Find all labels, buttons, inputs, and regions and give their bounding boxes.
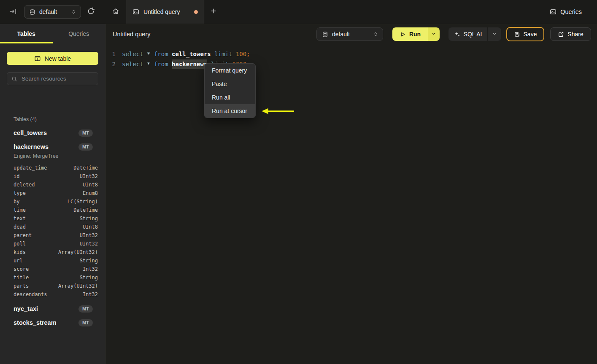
chevron-down-icon [431, 31, 436, 38]
column-row: update_timeDateTime [0, 164, 105, 172]
selected-text: hackernews [172, 61, 207, 67]
sql-ai-button-group: SQL AI [448, 27, 501, 41]
column-row: byLC(String) [0, 197, 105, 206]
table-list: cell_towers MT hackernews MT Engine: Mer… [0, 128, 105, 328]
search-box [7, 72, 98, 85]
queries-button[interactable]: Queries [547, 8, 584, 16]
table-icon [34, 55, 41, 62]
column-type: UInt32 [80, 241, 98, 247]
main-header: Untitled query default [105, 24, 597, 44]
table-row-cell-towers[interactable]: cell_towers MT [0, 128, 105, 138]
tables-section-title: Tables (4) [14, 116, 37, 122]
run-button-group: Run [392, 27, 440, 41]
terminal-icon [132, 8, 139, 15]
column-name: by [14, 199, 19, 205]
sql-editor[interactable]: 1 select * from cell_towers limit 100; 2… [105, 44, 597, 364]
menu-item-format-query[interactable]: Format query [205, 64, 255, 77]
column-type: DateTime [73, 165, 98, 171]
column-row: typeEnum8 [0, 189, 105, 197]
terminal-icon [550, 8, 556, 15]
column-name: parent [14, 232, 32, 238]
sidebar-tabs: Tables Queries [0, 24, 105, 43]
save-icon [514, 31, 520, 38]
plus-icon [210, 8, 217, 16]
column-type: LC(String) [68, 199, 98, 205]
collapse-sidebar-icon [9, 8, 17, 16]
topbar: default Untitled query [0, 0, 597, 24]
refresh-button[interactable] [87, 7, 95, 16]
column-name: title [14, 275, 29, 280]
column-type: UInt8 [83, 182, 98, 188]
column-row: kidsArray(UInt32) [0, 248, 105, 256]
column-type: Int32 [83, 266, 98, 272]
column-name: parts [14, 283, 29, 289]
toolbar-database-value: default [332, 31, 350, 38]
column-type: DateTime [73, 207, 98, 213]
column-row: deletedUInt8 [0, 181, 105, 189]
column-type: String [80, 216, 98, 221]
chevron-updown-icon [71, 9, 76, 15]
annotation-arrow [262, 108, 294, 115]
column-name: text [14, 216, 26, 221]
new-tab-button[interactable] [204, 0, 223, 24]
table-name: stocks_stream [14, 319, 57, 326]
column-name: id [14, 173, 19, 179]
app-root: default Untitled query [0, 0, 597, 364]
search-input[interactable] [21, 75, 97, 82]
column-row: idUInt32 [0, 172, 105, 181]
toolbar-database-selector[interactable]: default [316, 27, 383, 41]
new-table-button[interactable]: New table [7, 52, 98, 65]
editor-line-1: 1 select * from cell_towers limit 100; [105, 49, 597, 59]
editor-line-2: 2 select * from hackernews limit 1000 [105, 59, 597, 69]
engine-badge: MT [78, 143, 93, 151]
column-name: update_time [14, 165, 47, 171]
query-toolbar: default Run [316, 27, 591, 41]
sidebar-tab-tables[interactable]: Tables [0, 24, 53, 43]
column-type: Array(UInt32) [58, 283, 98, 289]
column-row: scoreInt32 [0, 265, 105, 273]
collapse-sidebar-button[interactable] [9, 8, 17, 16]
engine-badge: MT [78, 305, 93, 313]
editor-context-menu: Format query Paste Run all Run at cursor [204, 63, 256, 118]
share-button[interactable]: Share [550, 27, 591, 41]
sidebar-tab-queries[interactable]: Queries [53, 24, 105, 43]
sidebar: Tables Queries New table Tables (4) cell… [0, 24, 105, 364]
page-title: Untitled query [113, 31, 150, 38]
sql-ai-button[interactable]: SQL AI [448, 27, 487, 41]
column-row: timeDateTime [0, 206, 105, 214]
column-type: UInt32 [80, 173, 98, 179]
table-row-hackernews[interactable]: hackernews MT [0, 142, 105, 152]
active-tab-underline [0, 42, 53, 43]
database-icon [322, 31, 328, 38]
column-type: UInt32 [80, 232, 98, 238]
save-button[interactable]: Save [506, 27, 544, 41]
column-row: textString [0, 214, 105, 223]
table-row-stocks-stream[interactable]: stocks_stream MT [0, 318, 105, 328]
column-name: poll [14, 241, 26, 247]
home-tab[interactable] [105, 0, 126, 24]
topbar-database-selector[interactable]: default [24, 5, 81, 19]
sparkles-icon [454, 31, 460, 38]
run-options-button[interactable] [428, 27, 440, 41]
column-name: score [14, 266, 29, 272]
topbar-left: default [0, 0, 105, 24]
tab-label: Untitled query [143, 8, 180, 15]
column-row: titleString [0, 273, 105, 282]
tabstrip: Untitled query [105, 0, 223, 24]
menu-item-paste[interactable]: Paste [205, 77, 255, 91]
column-type: UInt8 [83, 224, 98, 230]
tab-untitled-query[interactable]: Untitled query [126, 0, 204, 24]
sql-ai-options-button[interactable] [487, 27, 501, 41]
menu-item-run-at-cursor[interactable]: Run at cursor [205, 104, 255, 118]
chevron-down-icon [492, 31, 497, 38]
database-icon [29, 9, 35, 15]
column-type: String [80, 275, 98, 280]
column-name: kids [14, 249, 26, 255]
column-name: descendants [14, 291, 47, 297]
line-number: 2 [105, 59, 116, 69]
unsaved-changes-dot [194, 10, 198, 14]
run-button[interactable]: Run [392, 27, 428, 41]
menu-item-run-all[interactable]: Run all [205, 91, 255, 104]
queries-button-label: Queries [560, 8, 582, 15]
table-row-nyc-taxi[interactable]: nyc_taxi MT [0, 304, 105, 314]
